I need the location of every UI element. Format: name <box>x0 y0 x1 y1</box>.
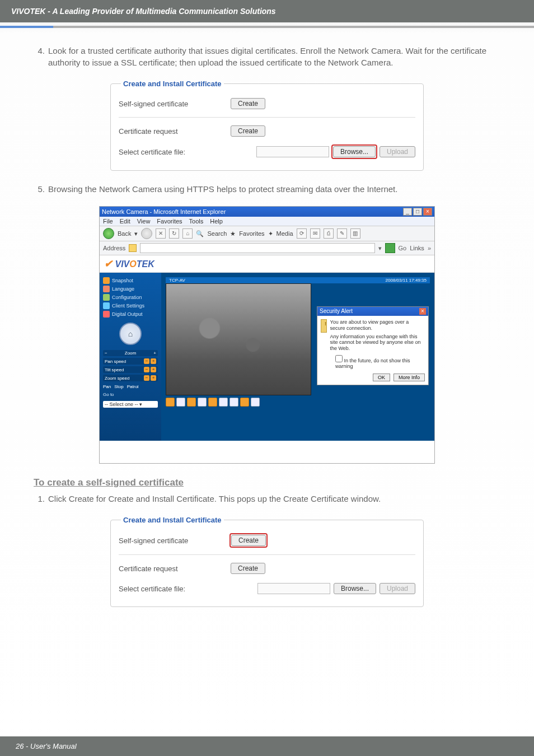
create-cert-request-button[interactable]: Create <box>231 125 265 137</box>
alert-checkbox-row: In the future, do not show this warning <box>317 355 428 371</box>
alert-suppress-checkbox[interactable] <box>335 355 343 362</box>
sidebar-item-snapshot[interactable]: Snapshot <box>103 277 158 284</box>
alert-ok-button[interactable]: OK <box>373 374 390 381</box>
menu-favorites[interactable]: Favorites <box>157 218 182 225</box>
divider-2 <box>119 554 415 555</box>
tilt-speed-label: Tilt speed <box>105 367 124 372</box>
back-dropdown-icon[interactable]: ▾ <box>134 230 138 237</box>
alert-more-info-button[interactable]: More Info <box>394 374 425 381</box>
patrol-button[interactable]: Patrol <box>127 384 139 389</box>
menu-view[interactable]: View <box>137 218 151 225</box>
logo-pre: VIV <box>115 259 129 269</box>
page-footer: 26 - User's Manual <box>0 736 534 756</box>
stop-button[interactable]: Stop <box>114 384 123 389</box>
cert-file-input-2[interactable] <box>257 583 330 594</box>
browse-button-2[interactable]: Browse... <box>334 583 376 594</box>
cert-legend: Create and Install Certificate <box>121 80 224 88</box>
home-icon[interactable]: ⌂ <box>182 228 193 239</box>
maximize-button[interactable]: □ <box>413 208 422 216</box>
menu-tools[interactable]: Tools <box>189 218 204 225</box>
browser-blank-area <box>100 441 434 463</box>
create-self-signed-button-2[interactable]: Create <box>231 535 266 546</box>
zoom-speed-control[interactable]: Zoom speed−+ <box>103 375 158 381</box>
output-icon <box>103 311 110 318</box>
favorites-icon[interactable]: ★ <box>230 230 236 237</box>
preset-select[interactable]: -- Select one -- ▾ <box>103 401 158 408</box>
go-label[interactable]: Go <box>399 245 407 251</box>
minimize-button[interactable]: _ <box>403 208 412 216</box>
window-titlebar: Network Camera - Microsoft Internet Expl… <box>100 207 434 217</box>
camera-sidebar: Snapshot Language Configuration Client S… <box>100 273 161 441</box>
back-icon[interactable] <box>103 228 114 239</box>
create-highlight: Create <box>231 534 266 547</box>
refresh-icon[interactable]: ↻ <box>169 228 179 239</box>
sidebar-item-client-settings[interactable]: Client Settings <box>103 302 158 309</box>
alert-line1: You are about to view pages over a secur… <box>330 319 425 332</box>
step-5-number: 5. <box>34 183 45 195</box>
step-4-text: Look for a trusted certificate authority… <box>48 45 500 68</box>
vt-btn-2[interactable] <box>176 398 185 407</box>
vt-btn-6[interactable] <box>219 398 228 407</box>
media-icon[interactable]: ✦ <box>268 230 273 237</box>
create-cert-request-button-2[interactable]: Create <box>231 563 265 574</box>
menu-help[interactable]: Help <box>210 218 223 225</box>
camera-icon <box>103 277 110 284</box>
mail-icon[interactable]: ✉ <box>310 228 320 239</box>
links-chevron-icon[interactable]: » <box>428 245 431 251</box>
vt-btn-3[interactable] <box>187 398 196 407</box>
upload-button[interactable]: Upload <box>380 146 415 157</box>
search-label[interactable]: Search <box>207 230 227 237</box>
address-dropdown-icon[interactable]: ▾ <box>378 245 382 252</box>
alert-close-button[interactable]: × <box>419 308 426 315</box>
back-label[interactable]: Back <box>118 230 131 237</box>
stream-type: TCP-AV <box>169 278 185 283</box>
history-icon[interactable]: ⟳ <box>297 228 307 239</box>
close-button[interactable]: × <box>423 208 432 216</box>
step-4-number: 4. <box>34 45 45 68</box>
stop-icon[interactable]: ✕ <box>156 228 166 239</box>
browse-button[interactable]: Browse... <box>333 146 376 157</box>
tilt-speed-control[interactable]: Tilt speed−+ <box>103 366 158 373</box>
menubar: File Edit View Favorites Tools Help <box>100 217 434 226</box>
cert-fieldset-upload: Create and Install Certificate Self-sign… <box>110 80 424 171</box>
zoom-control[interactable]: −Zoom+ <box>103 350 158 356</box>
sidebar-label-language: Language <box>112 286 134 292</box>
address-label: Address <box>103 245 125 251</box>
vivotek-logo: ✔ VIVOTEK <box>100 255 434 273</box>
forward-icon[interactable] <box>141 228 152 239</box>
vt-btn-8[interactable] <box>240 398 249 407</box>
sidebar-item-digital-output[interactable]: Digital Output <box>103 311 158 318</box>
vt-btn-9[interactable] <box>251 398 260 407</box>
create-self-signed-button[interactable]: Create <box>231 98 265 109</box>
vt-btn-7[interactable] <box>229 398 238 407</box>
stream-timestamp: 2008/03/11 17:49:35 <box>386 278 427 283</box>
search-icon[interactable]: 🔍 <box>196 230 204 237</box>
cert-file-input[interactable] <box>256 146 329 157</box>
pan-button[interactable]: Pan <box>103 384 111 389</box>
vt-btn-4[interactable] <box>198 398 207 407</box>
menu-edit[interactable]: Edit <box>120 218 130 225</box>
logo-post: TEK <box>137 259 154 269</box>
preset-select-value: -- Select one -- <box>105 402 138 407</box>
address-input[interactable] <box>140 243 374 253</box>
media-label[interactable]: Media <box>277 230 293 237</box>
vt-btn-5[interactable] <box>208 398 217 407</box>
edit-icon[interactable]: ✎ <box>337 228 347 239</box>
step-5-text: Browsing the Network Camera using HTTPS … <box>48 183 500 195</box>
ptz-dial[interactable]: ⌂ <box>119 323 142 345</box>
sidebar-label-client-settings: Client Settings <box>112 303 144 309</box>
sidebar-item-configuration[interactable]: Configuration <box>103 294 158 301</box>
menu-file[interactable]: File <box>103 218 113 225</box>
upload-button-2[interactable]: Upload <box>380 583 415 594</box>
cert-fieldset-create: Create and Install Certificate Self-sign… <box>110 516 424 607</box>
discuss-icon[interactable]: ▥ <box>350 228 360 239</box>
print-icon[interactable]: ⎙ <box>324 228 334 239</box>
pan-speed-control[interactable]: Pan speed−+ <box>103 358 158 365</box>
go-button[interactable] <box>385 243 395 253</box>
sidebar-item-language[interactable]: Language <box>103 286 158 292</box>
links-label[interactable]: Links <box>410 245 424 251</box>
window-title: Network Camera - Microsoft Internet Expl… <box>102 208 226 215</box>
address-bar: Address ▾ Go Links » <box>100 241 434 255</box>
vt-btn-1[interactable] <box>166 398 175 407</box>
favorites-label[interactable]: Favorites <box>239 230 264 237</box>
